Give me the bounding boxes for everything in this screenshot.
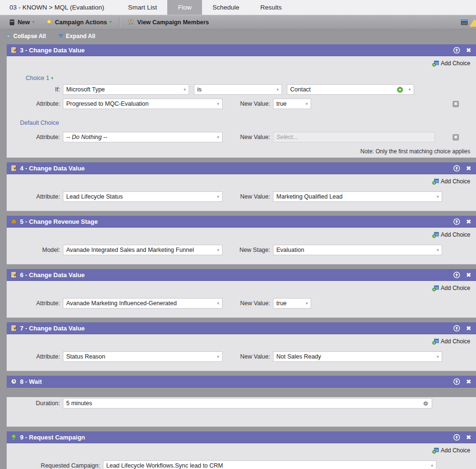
tab-smart-list[interactable]: Smart List (118, 0, 168, 15)
tab-schedule[interactable]: Schedule (202, 0, 250, 15)
move-up-icon[interactable] (453, 47, 460, 54)
window-icon[interactable] (461, 19, 468, 26)
new-value-dropdown[interactable]: Marketing Qualified Lead▾ (273, 191, 442, 202)
flow-step-6: 6 - Change Data Value ✖ Add Choice Attri… (7, 269, 476, 318)
chevron-down-icon: ▾ (276, 87, 279, 92)
step-3-title: 3 - Change Data Value (20, 47, 85, 54)
step-4-header[interactable]: 4 - Change Data Value ✖ (7, 162, 476, 174)
new-value-dropdown[interactable]: true▾ (273, 99, 311, 109)
step-3-body: Add Choice Choice 1 ▾ If: Microsoft Type… (7, 56, 476, 158)
add-choice-button[interactable]: Add Choice (432, 231, 470, 238)
move-up-icon[interactable] (453, 378, 460, 385)
add-choice-button[interactable]: Add Choice (432, 60, 470, 67)
delete-step-icon[interactable]: ✖ (466, 325, 471, 331)
delete-step-icon[interactable]: ✖ (466, 272, 471, 278)
attribute-dropdown[interactable]: Avanade Marketing Influenced-Generated▾ (63, 298, 223, 309)
add-choice-button[interactable]: Add Choice (432, 338, 470, 345)
step-5-header[interactable]: 5 - Change Revenue Stage ✖ (7, 216, 476, 228)
step-6-body: Add Choice Attribute: Avanade Marketing … (7, 281, 476, 318)
default-choice-label: Default Choice (20, 120, 476, 126)
tab-results[interactable]: Results (250, 0, 292, 15)
new-value-dropdown[interactable]: Not Sales Ready▾ (273, 351, 442, 362)
model-dropdown[interactable]: Avanade Integrated Sales and Marketing F… (63, 245, 223, 255)
move-up-icon[interactable] (453, 271, 460, 279)
view-campaign-members-button[interactable]: View Campaign Members (122, 15, 215, 29)
step-4-body: Add Choice Attribute: Lead Lifecycle Sta… (7, 174, 476, 211)
step-7-title: 7 - Change Data Value (20, 325, 85, 332)
change-data-value-icon (10, 271, 17, 278)
delete-step-icon[interactable]: ✖ (466, 379, 471, 385)
if-label: If: (7, 86, 60, 93)
chevron-down-icon: ▾ (51, 76, 53, 80)
add-choice-label: Add Choice (441, 231, 470, 238)
move-up-icon[interactable] (453, 218, 460, 225)
chevron-down-icon: ▾ (110, 20, 112, 24)
chevron-down-icon: ▾ (436, 354, 439, 359)
if-value-field[interactable]: Contact ▾ (287, 84, 414, 95)
move-up-icon[interactable] (453, 434, 460, 441)
remove-choice-icon[interactable]: ✖ (453, 134, 459, 140)
flow-canvas: 3 - Change Data Value ✖ Add Choice Choic… (0, 42, 476, 469)
choice-1-label: Choice 1 (26, 75, 49, 81)
step-6-header[interactable]: 6 - Change Data Value ✖ (7, 269, 476, 281)
chevron-down-icon: ▾ (217, 248, 219, 252)
add-choice-label: Add Choice (441, 285, 470, 291)
add-choice-button[interactable]: Add Choice (432, 447, 470, 454)
attribute-dropdown[interactable]: Lead Lifecycle Status▾ (63, 191, 223, 202)
step-9-header[interactable]: 9 - Request Campaign ✖ (7, 431, 476, 443)
new-stage-dropdown[interactable]: Evaluation▾ (273, 245, 442, 255)
add-choice-icon (432, 178, 439, 185)
new-button[interactable]: New ▾ (3, 15, 40, 29)
step-6-title: 6 - Change Data Value (20, 271, 85, 279)
add-choice-icon (432, 338, 439, 345)
add-choice-icon (432, 231, 439, 238)
triangle-down-icon (58, 34, 63, 38)
step-7-header[interactable]: 7 - Change Data Value ✖ (7, 322, 476, 334)
gear-icon[interactable] (423, 400, 429, 407)
toolbar-separator (119, 17, 120, 28)
default-new-value-field: Select... (273, 132, 435, 142)
add-choice-label: Add Choice (441, 178, 470, 185)
step-8-header[interactable]: 8 - Wait ✖ (7, 376, 476, 388)
model-label: Model: (7, 247, 60, 253)
new-value-label: New Value: (223, 193, 270, 200)
step-5-body: Add Choice Model: Avanade Integrated Sal… (7, 228, 476, 264)
add-choice-button[interactable]: Add Choice (432, 178, 470, 185)
notebook-icon (9, 19, 15, 26)
campaign-actions-button[interactable]: Campaign Actions ▾ (40, 15, 117, 29)
default-attribute-dropdown[interactable]: -- Do Nothing --▾ (63, 132, 223, 142)
add-value-icon[interactable] (397, 87, 403, 93)
flow-step-4: 4 - Change Data Value ✖ Add Choice Attri… (7, 162, 476, 211)
tab-flow[interactable]: Flow (167, 0, 202, 15)
add-choice-button[interactable]: Add Choice (432, 285, 470, 291)
change-data-value-icon (10, 325, 17, 331)
remove-choice-icon[interactable]: ✖ (453, 101, 459, 107)
new-button-label: New (18, 19, 30, 26)
add-choice-icon (432, 60, 439, 67)
chevron-down-icon: ▾ (217, 194, 219, 199)
step-4-title: 4 - Change Data Value (20, 165, 85, 172)
operator-dropdown[interactable]: is▾ (194, 84, 282, 95)
duration-input[interactable]: 5 minutes (63, 398, 432, 409)
flow-step-8: 8 - Wait ✖ Duration: 5 minutes (7, 376, 476, 427)
expand-all-button[interactable]: Expand All (58, 33, 95, 40)
delete-step-icon[interactable]: ✖ (466, 219, 471, 225)
attribute-dropdown[interactable]: Progressed to MQC-Evaluation▾ (63, 99, 223, 109)
delete-step-icon[interactable]: ✖ (466, 47, 471, 53)
new-value-dropdown[interactable]: true▾ (273, 298, 311, 309)
collapse-all-button[interactable]: Collapse All (6, 33, 46, 40)
chevron-down-icon: ▾ (217, 354, 219, 359)
flow-step-3: 3 - Change Data Value ✖ Add Choice Choic… (7, 44, 476, 158)
step-7-body: Add Choice Attribute: Status Reason▾ New… (7, 334, 476, 371)
requested-campaign-dropdown[interactable]: Lead Lifecycle Workflows.Sync lead to CR… (103, 460, 436, 469)
attribute-dropdown[interactable]: Status Reason▾ (63, 351, 223, 362)
choice-1-menu[interactable]: Choice 1 ▾ (26, 75, 476, 81)
move-up-icon[interactable] (453, 325, 460, 332)
add-choice-icon (432, 285, 439, 291)
step-3-header[interactable]: 3 - Change Data Value ✖ (7, 44, 476, 56)
if-attribute-dropdown[interactable]: Microsoft Type▾ (63, 84, 189, 95)
triangle-up-icon (6, 34, 11, 38)
delete-step-icon[interactable]: ✖ (466, 434, 471, 440)
move-up-icon[interactable] (453, 165, 460, 172)
delete-step-icon[interactable]: ✖ (466, 165, 471, 171)
